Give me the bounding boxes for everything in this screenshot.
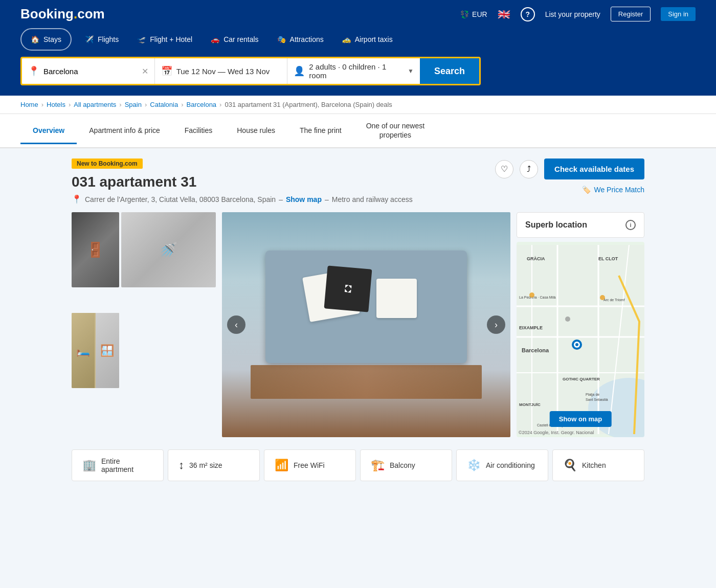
svg-text:Platja de: Platja de: [586, 393, 599, 397]
nav-tab-stays[interactable]: 🏠 Stays: [20, 28, 72, 51]
breadcrumb-hotels[interactable]: Hotels: [47, 101, 65, 108]
wishlist-button[interactable]: ♡: [495, 160, 513, 178]
nav-tabs: 🏠 Stays ✈️ Flights 🛫 Flight + Hotel 🚗 Ca…: [0, 28, 716, 51]
main-content: New to Booking.com 031 apartament 31 📍 C…: [51, 148, 665, 491]
sign-in-button[interactable]: Sign in: [661, 7, 696, 21]
check-dates-button[interactable]: Check available dates: [544, 159, 644, 179]
svg-point-25: [575, 343, 578, 346]
search-section: 📍 ✕ 📅 Tue 12 Nov — Wed 13 Nov 👤 2 adults…: [0, 51, 716, 96]
amenity-air-conditioning: ❄️ Air conditioning: [456, 449, 548, 481]
new-badge: New to Booking.com: [72, 159, 143, 169]
svg-text:MONTJUÏC: MONTJUÏC: [519, 402, 541, 407]
stays-icon: 🏠: [31, 35, 39, 43]
language-selector[interactable]: 🇬🇧: [498, 8, 510, 20]
header: Booking.com 💱 EUR 🇬🇧 ? List your propert…: [0, 0, 716, 96]
dates-field[interactable]: 📅 Tue 12 Nov — Wed 13 Nov: [155, 58, 288, 84]
tab-overview[interactable]: Overview: [20, 118, 77, 144]
currency-selector[interactable]: 💱 EUR: [460, 10, 487, 18]
nav-tab-flights[interactable]: ✈️ Flights: [76, 28, 128, 51]
photos-map-grid: 🚪 🚿 🛏️ 🪟 ◤◥◣◢: [72, 212, 644, 437]
wifi-icon: 📶: [275, 459, 288, 472]
air-conditioning-icon: ❄️: [467, 459, 481, 472]
svg-point-20: [529, 292, 534, 298]
action-icons-row: ♡ ⤴ Check available dates: [495, 159, 644, 179]
photo-thumb-1[interactable]: 🚪: [72, 212, 119, 287]
svg-text:GRÀCIA: GRÀCIA: [527, 256, 545, 261]
superb-location-label: Superb location: [525, 220, 587, 230]
svg-point-21: [600, 295, 605, 300]
info-icon[interactable]: i: [625, 220, 636, 230]
chevron-down-icon: ▼: [408, 67, 414, 75]
guests-field[interactable]: 👤 2 adults · 0 children · 1 room ▼: [287, 58, 420, 84]
photo-thumb-2[interactable]: 🚿: [121, 212, 216, 287]
location-icon: 📍: [28, 65, 39, 77]
register-button[interactable]: Register: [611, 7, 651, 21]
balcony-icon: 🏗️: [371, 459, 385, 472]
search-button[interactable]: Search: [420, 58, 479, 84]
breadcrumb-sep-6: ›: [219, 101, 221, 108]
photos-grid: 🚪 🚿 🛏️ 🪟: [72, 212, 216, 437]
property-title: 031 apartament 31: [72, 174, 413, 190]
property-info: New to Booking.com 031 apartament 31 📍 C…: [72, 159, 413, 204]
photo-thumb-3[interactable]: 🛏️ 🪟: [72, 313, 119, 388]
property-actions: ♡ ⤴ Check available dates 🏷️ We Price Ma…: [495, 159, 644, 194]
logo: Booking.com: [20, 6, 105, 22]
svg-text:Sant Sebastià: Sant Sebastià: [586, 398, 608, 401]
amenity-kitchen: 🍳 Kitchen: [552, 449, 644, 481]
page-tabs: Overview Apartment info & price Faciliti…: [0, 114, 716, 148]
airport-taxis-icon: 🚕: [342, 35, 351, 43]
tab-apartment-info[interactable]: Apartment info & price: [77, 118, 172, 144]
svg-text:Arc de Triomf: Arc de Triomf: [603, 298, 625, 302]
search-input[interactable]: [43, 67, 138, 76]
calendar-icon: 📅: [161, 65, 172, 77]
destination-field[interactable]: 📍 ✕: [22, 58, 155, 84]
amenity-wifi: 📶 Free WiFi: [264, 449, 356, 481]
breadcrumb: Home › Hotels › All apartments › Spain ›…: [0, 96, 716, 114]
map-panel: Superb location i: [517, 212, 644, 437]
nav-tab-attractions[interactable]: 🎭 Attractions: [268, 28, 333, 51]
breadcrumb-catalonia[interactable]: Catalonia: [150, 101, 178, 108]
breadcrumb-spain[interactable]: Spain: [125, 101, 142, 108]
breadcrumb-barcelona[interactable]: Barcelona: [187, 101, 217, 108]
breadcrumb-sep-2: ›: [69, 101, 71, 108]
tab-newest-properties[interactable]: One of our newestproperties: [354, 114, 437, 148]
nav-tab-flight-hotel[interactable]: 🛫 Flight + Hotel: [128, 28, 202, 51]
nav-tab-car-rentals[interactable]: 🚗 Car rentals: [202, 28, 267, 51]
tab-house-rules[interactable]: House rules: [225, 118, 287, 144]
svg-text:EL CLOT: EL CLOT: [598, 256, 618, 261]
flight-hotel-icon: 🛫: [137, 35, 146, 43]
price-match[interactable]: 🏷️ We Price Match: [582, 186, 644, 194]
svg-text:GOTHIC QUARTER: GOTHIC QUARTER: [563, 377, 600, 381]
price-match-icon: 🏷️: [582, 186, 591, 194]
tab-fine-print[interactable]: The fine print: [287, 118, 354, 144]
google-logo: ©2024 Google, Inst. Geogr. Nacional: [519, 430, 594, 435]
help-icon[interactable]: ?: [521, 7, 535, 21]
map-pin-icon: 📍: [72, 194, 82, 204]
show-on-map-button[interactable]: Show on map: [550, 411, 612, 427]
car-rentals-icon: 🚗: [211, 35, 219, 43]
breadcrumb-current: 031 apartament 31 (Apartment), Barcelona…: [225, 101, 392, 108]
search-bar: 📍 ✕ 📅 Tue 12 Nov — Wed 13 Nov 👤 2 adults…: [20, 57, 481, 85]
map-container[interactable]: GRÀCIA EL CLOT La Pedrera · Casa Milà Ar…: [517, 242, 644, 437]
photo-main[interactable]: ◤◥◣◢ ‹ ›: [222, 212, 510, 437]
entire-apartment-icon: 🏢: [82, 459, 96, 472]
breadcrumb-home[interactable]: Home: [20, 101, 38, 108]
property-header: New to Booking.com 031 apartament 31 📍 C…: [72, 159, 644, 204]
currency-icon: 💱: [460, 10, 469, 18]
list-property-link[interactable]: List your property: [545, 10, 600, 18]
attractions-icon: 🎭: [277, 35, 286, 43]
property-address: 📍 Carrer de l'Argenter, 3, Ciutat Vella,…: [72, 194, 413, 204]
tab-facilities[interactable]: Facilities: [172, 118, 225, 144]
nav-tab-airport-taxis[interactable]: 🚕 Airport taxis: [333, 28, 402, 51]
share-button[interactable]: ⤴: [520, 160, 538, 178]
superb-location-card: Superb location i: [517, 212, 644, 238]
photo-next-button[interactable]: ›: [487, 315, 505, 334]
svg-point-22: [565, 316, 570, 322]
show-map-link[interactable]: Show map: [286, 195, 322, 203]
kitchen-icon: 🍳: [563, 459, 577, 472]
clear-destination-button[interactable]: ✕: [142, 66, 148, 76]
photo-prev-button[interactable]: ‹: [227, 315, 245, 334]
amenity-size: ↕ 36 m² size: [168, 449, 260, 481]
breadcrumb-all-apartments[interactable]: All apartments: [74, 101, 116, 108]
breadcrumb-sep-3: ›: [119, 101, 121, 108]
